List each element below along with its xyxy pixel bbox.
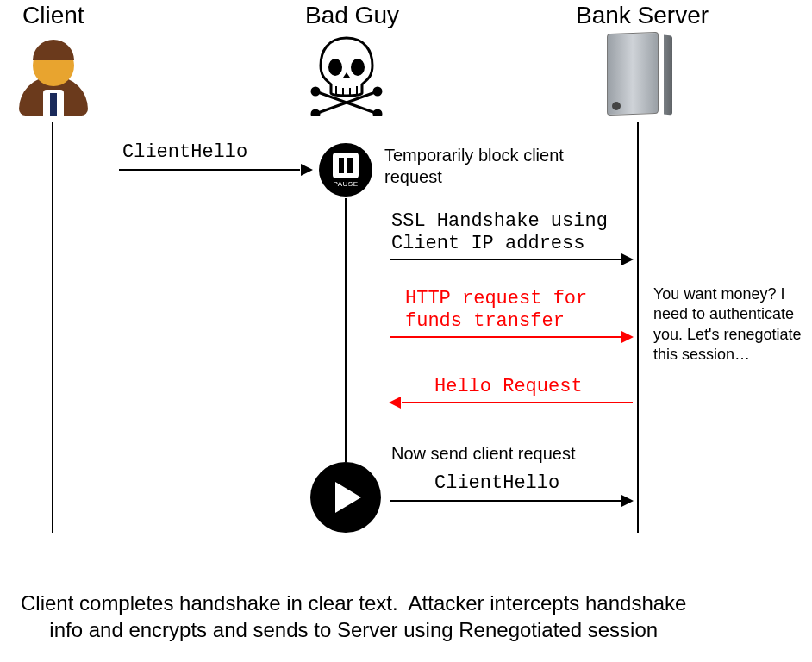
label-now-send: Now send client request: [391, 443, 650, 465]
attacker-lifeline: [345, 198, 347, 462]
arrow-http-request: [390, 336, 633, 338]
arrow-client-hello-2: [390, 500, 633, 502]
arrow-client-hello-1: [119, 169, 312, 171]
label-client-hello-2: ClientHello: [434, 472, 559, 495]
attacker-title: Bad Guy: [305, 2, 399, 29]
svg-point-5: [374, 110, 381, 116]
server-thought-text: You want money? I need to authenticate y…: [653, 284, 805, 365]
play-icon: [310, 462, 381, 533]
pause-text: PAUSE: [333, 180, 358, 188]
label-hello-request: Hello Request: [434, 376, 583, 398]
label-ssl-handshake: SSL Handshake using Client IP address: [391, 210, 608, 256]
client-lifeline: [52, 122, 53, 533]
arrow-ssl-handshake: [390, 259, 633, 260]
svg-point-2: [312, 88, 319, 95]
client-title: Client: [22, 2, 84, 29]
label-client-hello-1: ClientHello: [122, 141, 247, 164]
server-icon: [607, 33, 667, 119]
arrow-hello-request: [390, 402, 633, 403]
server-title: Bank Server: [576, 2, 709, 29]
client-avatar-icon: [19, 38, 88, 116]
svg-point-6: [328, 59, 342, 76]
label-block-note: Temporarily block client request: [384, 145, 591, 188]
footer-text: Client completes handshake in clear text…: [21, 590, 796, 643]
skull-crossbones-icon: [310, 34, 383, 119]
svg-point-7: [351, 59, 365, 76]
svg-point-4: [312, 110, 319, 116]
pause-icon: PAUSE: [319, 143, 372, 197]
label-http-request: HTTP request for funds transfer: [405, 288, 587, 334]
server-lifeline: [637, 122, 639, 533]
svg-point-3: [374, 88, 381, 95]
